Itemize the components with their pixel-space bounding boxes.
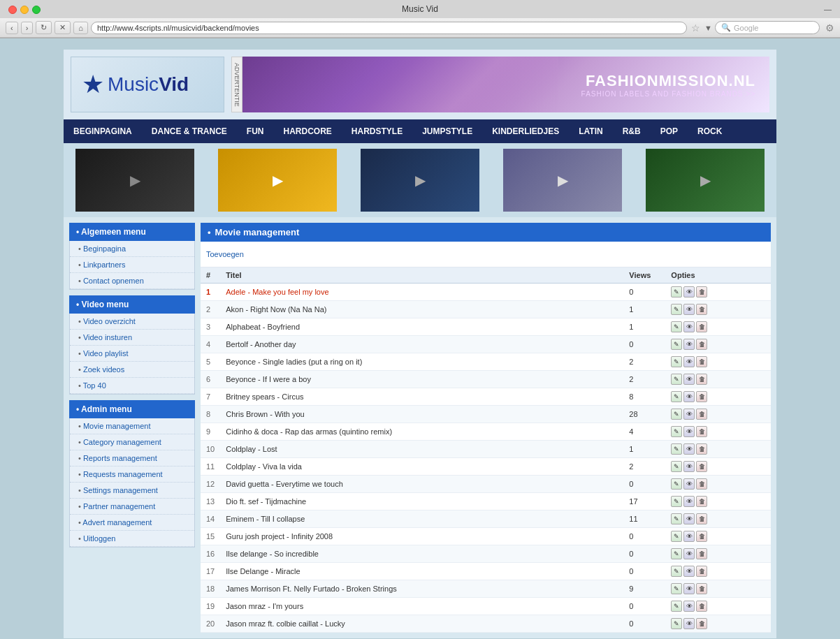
delete-icon[interactable]: 🗑 bbox=[696, 356, 707, 367]
edit-icon[interactable]: ✎ bbox=[671, 513, 682, 524]
view-icon[interactable]: 👁 bbox=[683, 304, 695, 315]
minimize-button[interactable] bbox=[20, 6, 29, 14]
nav-item-beginpagina[interactable]: BEGINPAGINA bbox=[64, 119, 142, 143]
delete-icon[interactable]: 🗑 bbox=[696, 618, 707, 629]
close-button[interactable] bbox=[8, 6, 17, 14]
edit-icon[interactable]: ✎ bbox=[671, 391, 682, 402]
home-button[interactable]: ⌂ bbox=[73, 22, 88, 34]
sidebar-item-linkpartners[interactable]: Linkpartners bbox=[70, 257, 194, 273]
sidebar-item-uitloggen[interactable]: Uitloggen bbox=[70, 531, 194, 547]
edit-icon[interactable]: ✎ bbox=[671, 461, 682, 472]
search-bar[interactable]: 🔍 Google bbox=[715, 21, 820, 34]
row-title[interactable]: Akon - Right Now (Na Na Na) bbox=[220, 301, 623, 318]
nav-item-dance-trance[interactable]: DANCE & TRANCE bbox=[142, 119, 237, 143]
edit-icon[interactable]: ✎ bbox=[671, 548, 682, 559]
edit-icon[interactable]: ✎ bbox=[671, 618, 682, 629]
edit-icon[interactable]: ✎ bbox=[671, 478, 682, 490]
refresh-button[interactable]: ↻ bbox=[36, 21, 52, 34]
edit-icon[interactable]: ✎ bbox=[671, 601, 682, 612]
video-thumb-2[interactable]: ▶ bbox=[218, 149, 337, 212]
view-icon[interactable]: 👁 bbox=[683, 478, 695, 490]
edit-icon[interactable]: ✎ bbox=[671, 304, 682, 315]
sidebar-item-requests-management[interactable]: Requests management bbox=[70, 467, 194, 483]
delete-icon[interactable]: 🗑 bbox=[696, 461, 707, 472]
nav-item-latin[interactable]: LATIN bbox=[569, 119, 612, 143]
view-icon[interactable]: 👁 bbox=[683, 461, 695, 472]
row-title[interactable]: Adele - Make you feel my love bbox=[220, 284, 623, 301]
view-icon[interactable]: 👁 bbox=[683, 321, 695, 332]
sidebar-item-contact[interactable]: Contact opnemen bbox=[70, 273, 194, 289]
view-icon[interactable]: 👁 bbox=[683, 374, 695, 385]
delete-icon[interactable]: 🗑 bbox=[696, 409, 707, 420]
sidebar-item-top40[interactable]: Top 40 bbox=[70, 378, 194, 394]
view-icon[interactable]: 👁 bbox=[683, 356, 695, 367]
nav-item-rb[interactable]: R&B bbox=[613, 119, 651, 143]
row-title[interactable]: Ilse Delange - Miracle bbox=[220, 563, 623, 580]
edit-icon[interactable]: ✎ bbox=[671, 409, 682, 420]
nav-item-hardcore[interactable]: HARDCORE bbox=[273, 119, 341, 143]
minimize-icon[interactable]: — bbox=[824, 5, 832, 13]
bookmark-icon[interactable]: ☆ bbox=[691, 22, 700, 34]
view-icon[interactable]: 👁 bbox=[683, 531, 695, 542]
nav-item-hardstyle[interactable]: HARDSTYLE bbox=[342, 119, 412, 143]
sidebar-item-partner-management[interactable]: Partner management bbox=[70, 499, 194, 515]
row-title[interactable]: Britney spears - Circus bbox=[220, 388, 623, 406]
view-icon[interactable]: 👁 bbox=[683, 601, 695, 612]
edit-icon[interactable]: ✎ bbox=[671, 426, 682, 437]
nav-item-jumpstyle[interactable]: JUMPSTYLE bbox=[412, 119, 482, 143]
edit-icon[interactable]: ✎ bbox=[671, 566, 682, 577]
view-icon[interactable]: 👁 bbox=[683, 286, 695, 298]
view-icon[interactable]: 👁 bbox=[683, 566, 695, 577]
sidebar-item-reports-management[interactable]: Reports management bbox=[70, 450, 194, 467]
delete-icon[interactable]: 🗑 bbox=[696, 496, 707, 507]
row-title[interactable]: James Morrison Ft. Nelly Furtado - Broke… bbox=[220, 580, 623, 598]
sidebar-item-category-management[interactable]: Category management bbox=[70, 434, 194, 450]
row-title[interactable]: Dio ft. sef - Tijdmachine bbox=[220, 493, 623, 511]
row-title[interactable]: Beyonce - If I were a boy bbox=[220, 371, 623, 388]
sidebar-item-movie-management[interactable]: Movie management bbox=[70, 418, 194, 434]
toevoegen-link[interactable]: Toevoegen bbox=[206, 246, 765, 263]
delete-icon[interactable]: 🗑 bbox=[696, 286, 707, 298]
view-icon[interactable]: 👁 bbox=[683, 426, 695, 437]
delete-icon[interactable]: 🗑 bbox=[696, 374, 707, 385]
row-title[interactable]: Chris Brown - With you bbox=[220, 406, 623, 423]
delete-icon[interactable]: 🗑 bbox=[696, 304, 707, 315]
row-title[interactable]: Guru josh project - Infinity 2008 bbox=[220, 528, 623, 545]
sidebar-item-beginpagina[interactable]: Beginpagina bbox=[70, 241, 194, 257]
delete-icon[interactable]: 🗑 bbox=[696, 583, 707, 594]
nav-item-kinderliedjes[interactable]: KINDERLIEDJES bbox=[482, 119, 569, 143]
row-title[interactable]: Alphabeat - Boyfriend bbox=[220, 318, 623, 336]
delete-icon[interactable]: 🗑 bbox=[696, 339, 707, 350]
delete-icon[interactable]: 🗑 bbox=[696, 548, 707, 559]
video-thumb-5[interactable]: ▶ bbox=[646, 149, 765, 212]
row-title[interactable]: Jason mraz ft. colbie caillat - Lucky bbox=[220, 615, 623, 633]
edit-icon[interactable]: ✎ bbox=[671, 443, 682, 455]
delete-icon[interactable]: 🗑 bbox=[696, 513, 707, 524]
delete-icon[interactable]: 🗑 bbox=[696, 426, 707, 437]
delete-icon[interactable]: 🗑 bbox=[696, 321, 707, 332]
edit-icon[interactable]: ✎ bbox=[671, 583, 682, 594]
nav-item-fun[interactable]: FUN bbox=[237, 119, 274, 143]
view-icon[interactable]: 👁 bbox=[683, 443, 695, 455]
view-icon[interactable]: 👁 bbox=[683, 583, 695, 594]
row-title[interactable]: Coldplay - Lost bbox=[220, 441, 623, 458]
edit-icon[interactable]: ✎ bbox=[671, 286, 682, 298]
ad-banner[interactable]: FASHIONMISSION.NL FASHION LABELS AND FAS… bbox=[242, 57, 769, 112]
sidebar-item-zoek-videos[interactable]: Zoek videos bbox=[70, 362, 194, 378]
delete-icon[interactable]: 🗑 bbox=[696, 566, 707, 577]
rss-icon[interactable]: ▼ bbox=[704, 24, 712, 32]
row-title[interactable]: Cidinho & doca - Rap das armas (quintino… bbox=[220, 423, 623, 441]
edit-icon[interactable]: ✎ bbox=[671, 356, 682, 367]
edit-icon[interactable]: ✎ bbox=[671, 374, 682, 385]
view-icon[interactable]: 👁 bbox=[683, 409, 695, 420]
nav-item-pop[interactable]: POP bbox=[651, 119, 688, 143]
nav-item-rock[interactable]: ROCK bbox=[688, 119, 732, 143]
row-title[interactable]: Ilse delange - So incredible bbox=[220, 545, 623, 563]
address-bar[interactable]: http://www.4scripts.nl/musicvid/backend/… bbox=[91, 22, 687, 34]
sidebar-item-video-insturen[interactable]: Video insturen bbox=[70, 330, 194, 346]
sidebar-item-advert-management[interactable]: Advert management bbox=[70, 515, 194, 531]
stop-button[interactable]: ✕ bbox=[55, 21, 71, 34]
view-icon[interactable]: 👁 bbox=[683, 391, 695, 402]
row-title[interactable]: Eminem - Till I collapse bbox=[220, 511, 623, 528]
maximize-button[interactable] bbox=[32, 6, 41, 14]
